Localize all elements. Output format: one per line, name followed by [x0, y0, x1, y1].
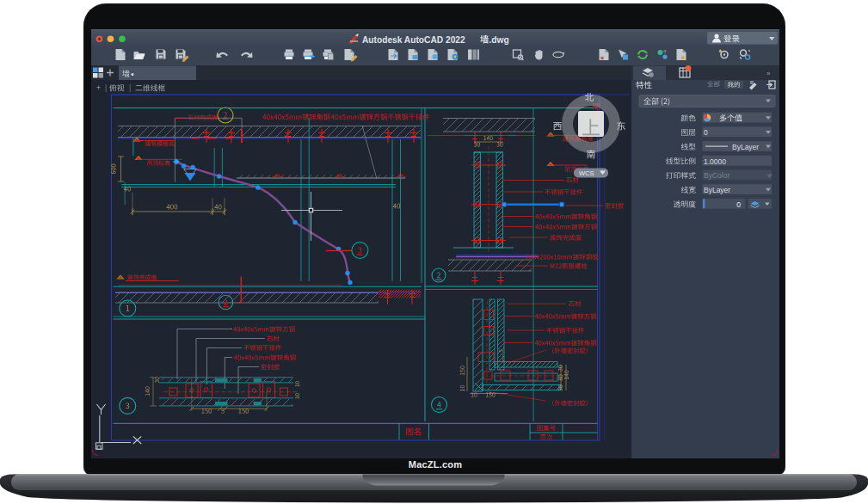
svg-text:0: 0	[704, 128, 708, 137]
svg-text:Autodesk AutoCAD 2022: Autodesk AutoCAD 2022	[362, 35, 465, 45]
svg-text:»: »	[766, 70, 771, 77]
svg-text:WCS: WCS	[579, 169, 594, 177]
svg-text:1.0000: 1.0000	[704, 157, 726, 166]
svg-text:0: 0	[736, 200, 741, 209]
svg-text:|: |	[129, 83, 131, 92]
svg-text:+: +	[96, 83, 101, 92]
svg-text:ByLayer: ByLayer	[704, 186, 730, 194]
svg-text:ByColor: ByColor	[704, 171, 729, 180]
svg-text:|: |	[105, 83, 107, 92]
svg-text:ByLayer: ByLayer	[732, 143, 759, 151]
svg-text:.dwg: .dwg	[489, 35, 509, 45]
